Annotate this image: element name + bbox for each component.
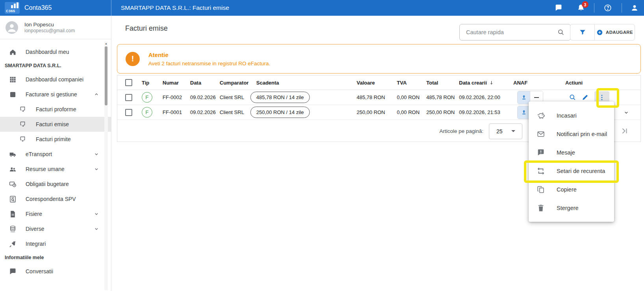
- sidebar-item-facturi-primite[interactable]: Facturi primite: [0, 132, 111, 147]
- column-header-data-crearii[interactable]: Data crearii: [453, 80, 504, 86]
- sidebar-section-informatiile-mele: Informatiile mele: [0, 251, 111, 264]
- sidebar-item-obligatii-bugetare[interactable]: Obligatii bugetare: [0, 177, 111, 192]
- sidebar-item-label: Fisiere: [26, 211, 42, 217]
- sidebar-item-resurse-umane[interactable]: Resurse umane: [0, 162, 111, 177]
- row-checkbox[interactable]: [125, 109, 132, 116]
- cell-data: 09.02.2026: [184, 109, 213, 115]
- inventory-icon: [9, 90, 17, 99]
- user-block[interactable]: Ion Popescu ionpopescu@gmail.com: [0, 16, 111, 39]
- column-header-data[interactable]: Data: [184, 80, 213, 86]
- add-button[interactable]: ADAUGARE: [595, 24, 635, 40]
- sidebar-item-label: Integrari: [26, 241, 46, 247]
- filter-button[interactable]: [570, 24, 595, 40]
- sidebar-item-label: eTransport: [26, 151, 52, 157]
- column-header-actiuni: Actiuni: [555, 80, 640, 86]
- sidebar-item-etransport[interactable]: eTransport: [0, 147, 111, 162]
- warning-banner: ! Atentie Aveti 2 facturi netransmise in…: [117, 44, 641, 74]
- home-icon: [9, 48, 17, 56]
- column-header-numar[interactable]: Numar: [156, 80, 184, 86]
- header-actions: ADAUGARE: [570, 24, 635, 41]
- items-per-page-label: Articole pe pagină:: [439, 128, 483, 134]
- help-icon[interactable]: [603, 4, 612, 12]
- sidebar-item-facturare-si-gestiune[interactable]: Facturare si gestiune: [0, 87, 111, 102]
- chevron-down-icon: [94, 211, 99, 217]
- sidebar-item-label: Facturi emise: [36, 121, 69, 127]
- row-checkbox[interactable]: [125, 94, 132, 101]
- menu-item-notificari[interactable]: Notificari prin e-mail: [529, 125, 614, 143]
- table-header-row: Tip Numar Data Cumparator Scadenta Valoa…: [117, 76, 640, 90]
- menu-item-stergere[interactable]: Stergere: [529, 199, 614, 217]
- topbar-divider: [622, 3, 622, 13]
- page-size-value: 25: [496, 128, 503, 134]
- sidebar-item-label: Conversatii: [26, 268, 53, 274]
- menu-item-copiere[interactable]: Copiere: [529, 180, 614, 199]
- sidebar-item-facturi-proforme[interactable]: Facturi proforme: [0, 102, 111, 117]
- menu-item-incasari[interactable]: Incasari: [529, 106, 614, 125]
- column-header-valoare[interactable]: Valoare: [350, 80, 390, 86]
- anaf-upload-button[interactable]: [518, 91, 530, 104]
- people-icon: [9, 165, 17, 173]
- repeat-icon: [537, 167, 545, 175]
- sidebar-item-corespondenta-spv[interactable]: Corespondenta SPV: [0, 192, 111, 206]
- column-header-label: Data crearii: [459, 80, 487, 86]
- expand-row-chevron-icon[interactable]: [623, 109, 629, 116]
- sidebar-item-label: Facturi primite: [36, 136, 71, 142]
- sidebar-item-diverse[interactable]: Diverse: [0, 221, 111, 236]
- account-icon[interactable]: [630, 4, 639, 12]
- scrollbar-up-arrow-icon[interactable]: ▲: [104, 42, 108, 46]
- menu-item-label: Copiere: [557, 186, 577, 193]
- page-size-select[interactable]: 25: [489, 123, 522, 139]
- search-icon[interactable]: [557, 28, 565, 36]
- sidebar: Ion Popescu ionpopescu@gmail.com Dashboa…: [0, 16, 111, 291]
- sidebar-item-integrari[interactable]: Integrari: [0, 236, 111, 251]
- sidebar-item-label: Diverse: [26, 226, 44, 232]
- chat-icon[interactable]: [554, 4, 563, 12]
- invoice-icon: [19, 105, 27, 114]
- column-header-scadenta[interactable]: Scadenta: [244, 80, 350, 86]
- column-header-tva[interactable]: TVA: [390, 80, 420, 86]
- search-input[interactable]: [460, 29, 557, 35]
- chat-bubble-icon: [9, 267, 17, 276]
- page-title: Facturi emise: [125, 24, 168, 33]
- view-button[interactable]: [568, 93, 577, 102]
- brand: C365 Conta365: [0, 0, 111, 16]
- sidebar-item-facturi-emise[interactable]: Facturi emise: [0, 117, 111, 132]
- sidebar-item-label: Facturi proforme: [36, 106, 76, 112]
- sidebar-item-label: Corespondenta SPV: [26, 196, 76, 202]
- cell-tva: 0,00 RON: [390, 94, 420, 100]
- cell-data-crearii: 09.02.2026, 22:00: [453, 94, 504, 100]
- scrollbar-thumb[interactable]: [105, 46, 107, 105]
- chevron-up-icon: [94, 92, 99, 97]
- last-page-button[interactable]: [620, 126, 629, 136]
- document-search-icon: [9, 195, 17, 203]
- edit-button[interactable]: [581, 93, 590, 102]
- sidebar-scrollbar[interactable]: ▲: [104, 42, 108, 290]
- minus-icon: [534, 97, 539, 98]
- envelope-icon: [537, 130, 545, 138]
- cell-data: 09.02.2026: [184, 94, 213, 100]
- sidebar-item-label: Dashboardul companiei: [26, 76, 83, 83]
- cell-total: 485,78 RON: [420, 94, 453, 100]
- menu-item-mesaje[interactable]: Mesaje: [529, 143, 614, 162]
- sidebar-item-conversatii[interactable]: Conversatii: [0, 264, 111, 279]
- window-title: SMARTAPP DATA S.R.L.: Facturi emise: [121, 4, 229, 11]
- menu-item-label: Notificari prin e-mail: [557, 131, 607, 137]
- sidebar-item-fisiere[interactable]: Fisiere: [0, 206, 111, 221]
- select-all-checkbox[interactable]: [125, 79, 132, 86]
- caret-down-icon: [511, 130, 515, 132]
- conta365-logo-icon: C365: [5, 2, 20, 14]
- topbar: C365 Conta365 SMARTAPP DATA S.R.L.: Fact…: [0, 0, 644, 16]
- app-name: Conta365: [24, 4, 52, 11]
- menu-item-label: Stergere: [557, 205, 579, 211]
- invoice-type-badge: F: [142, 107, 152, 118]
- chevron-down-icon: [94, 166, 99, 172]
- column-header-cumparator[interactable]: Cumparator: [213, 80, 244, 86]
- column-header-total[interactable]: Total: [420, 80, 453, 86]
- warning-message: Aveti 2 facturi netransmise in registrul…: [148, 61, 270, 66]
- sidebar-item-dashboardul-meu[interactable]: Dashboardul meu: [0, 44, 111, 59]
- column-header-tip[interactable]: Tip: [135, 80, 156, 86]
- menu-item-setari-de-recurenta[interactable]: Setari de recurenta: [529, 162, 614, 180]
- sidebar-item-label: Obligatii bugetare: [26, 181, 69, 187]
- sidebar-item-dashboardul-companiei[interactable]: Dashboardul companiei: [0, 72, 111, 87]
- topbar-divider: [594, 3, 594, 13]
